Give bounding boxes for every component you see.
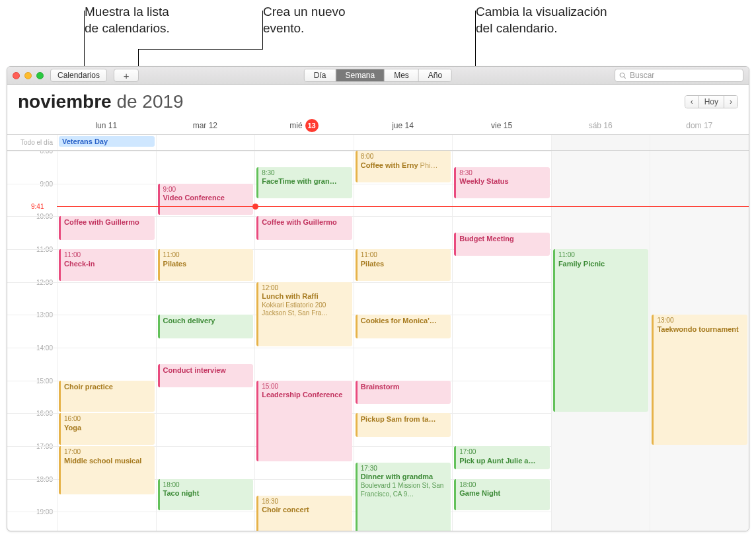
day-header: mar 12	[156, 116, 255, 134]
window-controls	[13, 72, 44, 79]
calendar-event[interactable]: 8:30FaceTime with gran…	[256, 167, 352, 199]
calendar-event[interactable]: Coffee with Guillermo	[256, 216, 352, 239]
week-grid[interactable]: 8:009:0010:0011:0012:0013:0014:0015:0016…	[7, 151, 749, 531]
today-button[interactable]: Hoy	[699, 96, 724, 108]
day-column[interactable]: 13:00Taekwondo tournament	[650, 151, 749, 531]
calendar-event[interactable]: 11:00Pilates	[158, 249, 254, 281]
calendar-event[interactable]: 18:00Taco night	[158, 479, 254, 511]
day-column[interactable]: 8:00Coffee with Erny Phi…11:00PilatesCoo…	[354, 151, 453, 531]
day-column[interactable]: 11:00Family Picnic	[551, 151, 650, 531]
calendar-header: noviembre de 2019 ‹ Hoy ›	[7, 85, 749, 116]
view-segmented-control: Día Semana Mes Año	[304, 69, 452, 82]
search-placeholder: Buscar	[630, 71, 654, 80]
calendar-event[interactable]: 17:00Pick up Aunt Julie a…	[454, 446, 550, 469]
day-column[interactable]: Coffee with Guillermo11:00Check-inChoir …	[57, 151, 156, 531]
month-title: noviembre de 2019	[18, 91, 184, 112]
day-header: dom 17	[650, 116, 749, 134]
week-nav: ‹ Hoy ›	[685, 95, 738, 108]
calendar-event[interactable]: 17:30Dinner with grandmaBoulevard 1 Miss…	[356, 463, 451, 531]
calendar-event[interactable]: 8:00Coffee with Erny Phi…	[356, 151, 451, 182]
day-header: jue 14	[354, 116, 453, 134]
view-month[interactable]: Mes	[385, 69, 419, 81]
callout-new-event: Crea un nuevo evento.	[263, 4, 346, 36]
day-column[interactable]: 8:30FaceTime with gran…Coffee with Guill…	[254, 151, 354, 531]
search-icon	[619, 72, 626, 79]
callout-calendars: Muestra la lista de calendarios.	[85, 4, 170, 36]
allday-cell[interactable]	[551, 135, 650, 150]
calendar-event[interactable]: Budget Meeting	[454, 233, 550, 256]
calendar-event[interactable]: 17:00Middle school musical	[59, 446, 155, 494]
day-header: mié13	[254, 116, 354, 134]
calendar-event[interactable]: Conduct interview	[158, 364, 254, 387]
close-icon[interactable]	[13, 72, 20, 79]
time-gutter: 8:009:0010:0011:0012:0013:0014:0015:0016…	[7, 151, 57, 531]
window-titlebar: Calendarios + Día Semana Mes Año Buscar	[7, 67, 749, 85]
calendar-event[interactable]: 15:00Leadership Conference	[256, 381, 352, 461]
current-time-label: 9:41	[31, 202, 44, 210]
calendar-event[interactable]: Brainstorm	[356, 381, 451, 404]
callout-line	[475, 11, 476, 73]
view-week[interactable]: Semana	[336, 69, 385, 81]
calendar-event[interactable]: Coffee with Guillermo	[59, 216, 155, 239]
calendars-button[interactable]: Calendarios	[50, 69, 107, 82]
day-column[interactable]: 9:00Video Conference11:00PilatesCouch de…	[156, 151, 255, 531]
calendar-event[interactable]: 11:00Family Picnic	[553, 249, 649, 412]
callout-line	[262, 11, 263, 49]
day-header: lun 11	[57, 116, 156, 134]
calendar-event[interactable]: Pickup Sam from ta…	[356, 413, 451, 436]
prev-week-button[interactable]: ‹	[685, 96, 699, 108]
allday-cell[interactable]	[254, 135, 354, 150]
allday-cell[interactable]	[156, 135, 255, 150]
day-headers: lun 11mar 12mié13jue 14vie 15sáb 16dom 1…	[7, 116, 749, 135]
callout-line	[84, 11, 85, 73]
calendar-event[interactable]: 11:00Pilates	[356, 249, 451, 281]
day-column[interactable]: 8:30Weekly StatusBudget Meeting17:00Pick…	[452, 151, 551, 531]
calendar-window: Calendarios + Día Semana Mes Año Buscar …	[7, 66, 749, 531]
calendar-event[interactable]: 16:00Yoga	[59, 413, 155, 445]
calendar-event[interactable]: 12:00Lunch with RaffiKokkari Estiatorio …	[256, 282, 352, 346]
maximize-icon[interactable]	[36, 72, 44, 79]
today-indicator: 13	[305, 119, 319, 132]
current-time-line	[57, 206, 749, 207]
calendar-event[interactable]: Choir practice	[59, 381, 155, 412]
view-year[interactable]: Año	[419, 69, 451, 81]
calendar-event[interactable]: Couch delivery	[158, 315, 254, 338]
allday-event[interactable]: Veterans Day	[59, 136, 155, 147]
annotation-callouts: Muestra la lista de calendarios. Crea un…	[0, 0, 756, 63]
calendar-event[interactable]: Cookies for Monica'…	[356, 315, 451, 338]
allday-label: Todo el día	[7, 135, 57, 150]
view-day[interactable]: Día	[305, 69, 336, 81]
calendar-event[interactable]: 18:00Game Night	[454, 479, 550, 511]
day-header: sáb 16	[551, 116, 650, 134]
allday-cell[interactable]	[452, 135, 551, 150]
calendar-event[interactable]: 9:00Video Conference	[158, 184, 254, 215]
allday-cell[interactable]	[650, 135, 749, 150]
callout-line	[138, 49, 262, 50]
callout-change-view: Cambia la visualización del calendario.	[476, 4, 607, 36]
search-input[interactable]: Buscar	[615, 69, 743, 82]
minimize-icon[interactable]	[24, 72, 32, 79]
new-event-button[interactable]: +	[114, 69, 139, 82]
callout-line	[262, 49, 263, 50]
calendar-event[interactable]: 8:30Weekly Status	[454, 167, 550, 199]
calendar-event[interactable]: 18:30Choir concert	[256, 496, 352, 532]
allday-cell[interactable]	[354, 135, 453, 150]
calendar-event[interactable]: 11:00Check-in	[59, 249, 155, 281]
calendar-event[interactable]: 13:00Taekwondo tournament	[652, 315, 747, 445]
allday-cell[interactable]: Veterans Day	[57, 135, 156, 150]
next-week-button[interactable]: ›	[724, 96, 737, 108]
allday-row: Todo el día Veterans Day	[7, 135, 749, 151]
day-header: vie 15	[452, 116, 551, 134]
